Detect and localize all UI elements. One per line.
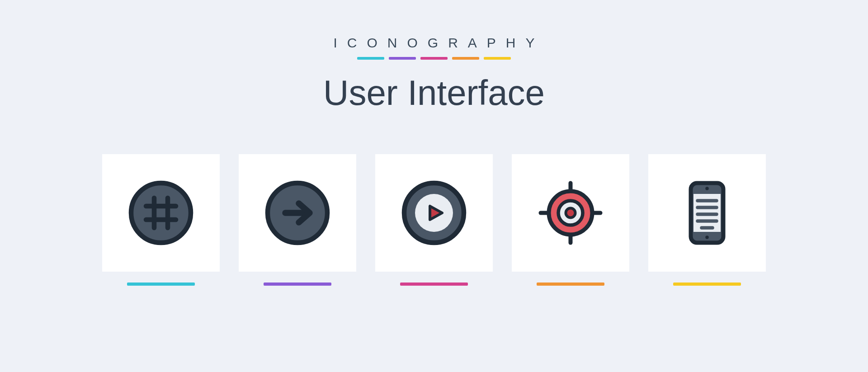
icon-card xyxy=(102,154,220,272)
card-underline xyxy=(537,283,604,286)
icon-col-target xyxy=(512,154,629,286)
icon-col-hashtag xyxy=(102,154,220,286)
header: ICONOGRAPHY User Interface xyxy=(323,35,545,113)
icon-card xyxy=(239,154,356,272)
brand-underline xyxy=(357,57,511,60)
mobile-text-icon xyxy=(673,179,741,247)
underline-segment-magenta xyxy=(420,57,448,60)
svg-point-20 xyxy=(705,235,709,239)
icon-col-mobile xyxy=(648,154,766,286)
underline-segment-purple xyxy=(389,57,416,60)
icon-col-arrow-right xyxy=(239,154,356,286)
hashtag-circle-icon xyxy=(127,179,195,247)
icon-col-play xyxy=(375,154,493,286)
underline-segment-orange xyxy=(452,57,479,60)
svg-point-19 xyxy=(705,187,709,190)
arrow-right-circle-icon xyxy=(264,179,331,247)
pack-title: User Interface xyxy=(323,72,545,113)
icon-card xyxy=(512,154,629,272)
underline-segment-yellow xyxy=(484,57,511,60)
icon-row xyxy=(102,154,766,286)
target-icon xyxy=(537,179,604,247)
icon-card xyxy=(375,154,493,272)
card-underline xyxy=(264,283,331,286)
svg-point-16 xyxy=(566,208,576,218)
card-underline xyxy=(400,283,468,286)
card-underline xyxy=(127,283,195,286)
underline-segment-cyan xyxy=(357,57,384,60)
brand-text: ICONOGRAPHY xyxy=(323,35,544,51)
card-underline xyxy=(673,283,741,286)
icon-card xyxy=(648,154,766,272)
svg-point-0 xyxy=(131,183,191,243)
play-circle-icon xyxy=(400,179,468,247)
